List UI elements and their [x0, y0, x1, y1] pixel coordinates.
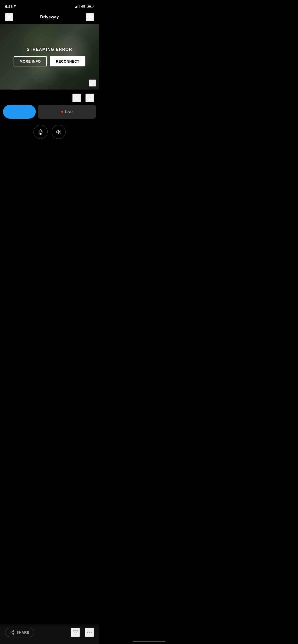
svg-point-14 [88, 97, 91, 99]
signal-bar-2 [76, 6, 77, 8]
svg-point-2 [89, 16, 91, 18]
svg-point-5 [75, 96, 78, 98]
gear-icon [87, 14, 93, 20]
battery-fill [88, 6, 91, 7]
tab-row: Live [3, 105, 96, 119]
microphone-button[interactable] [34, 125, 48, 139]
siren-icon [86, 95, 93, 101]
speaker-icon [56, 129, 61, 135]
location-icon [14, 5, 16, 8]
nav-header: Driveway [0, 11, 99, 24]
status-right: 4G [75, 5, 94, 8]
svg-line-4 [90, 84, 92, 86]
tab-live[interactable]: Live [38, 105, 96, 119]
reconnect-button[interactable]: RECONNECT [50, 56, 85, 66]
battery-tip [93, 6, 94, 7]
status-bar: 6:28 4G [0, 0, 99, 11]
page-title: Driveway [40, 15, 59, 20]
signal-bars [75, 5, 80, 8]
fullscreen-button[interactable] [89, 79, 96, 87]
settings-button[interactable] [86, 13, 94, 21]
action-row [4, 119, 95, 144]
svg-line-7 [78, 96, 78, 96]
streaming-error-text: STREAMING ERROR [27, 47, 72, 52]
live-dot [61, 111, 63, 113]
tab-events[interactable] [3, 105, 36, 119]
signal-bar-4 [79, 5, 80, 8]
microphone-icon [38, 129, 43, 135]
icon-row [4, 92, 95, 105]
close-icon [7, 15, 11, 19]
light-button[interactable] [72, 94, 81, 102]
battery-indicator [87, 5, 94, 8]
signal-bar-1 [75, 7, 76, 8]
video-area: STREAMING ERROR MORE INFO RECONNECT [0, 24, 99, 90]
svg-line-9 [75, 96, 75, 96]
speaker-button[interactable] [52, 125, 66, 139]
lightbulb-icon [73, 95, 80, 101]
error-buttons: MORE INFO RECONNECT [14, 56, 85, 66]
svg-rect-17 [40, 130, 41, 132]
siren-button[interactable] [85, 94, 94, 102]
fullscreen-icon [90, 80, 95, 86]
close-button[interactable] [5, 13, 13, 21]
status-time: 6:28 [5, 4, 16, 9]
tab-live-label: Live [65, 109, 73, 114]
signal-bar-3 [78, 6, 78, 8]
video-content: STREAMING ERROR MORE INFO RECONNECT [0, 24, 99, 90]
battery-body [87, 5, 93, 8]
bottom-spacer [0, 144, 99, 219]
more-info-button[interactable]: MORE INFO [14, 56, 47, 66]
network-type: 4G [81, 5, 85, 8]
controls-area: Live [0, 90, 99, 144]
svg-line-3 [93, 81, 95, 83]
svg-marker-20 [57, 130, 58, 134]
